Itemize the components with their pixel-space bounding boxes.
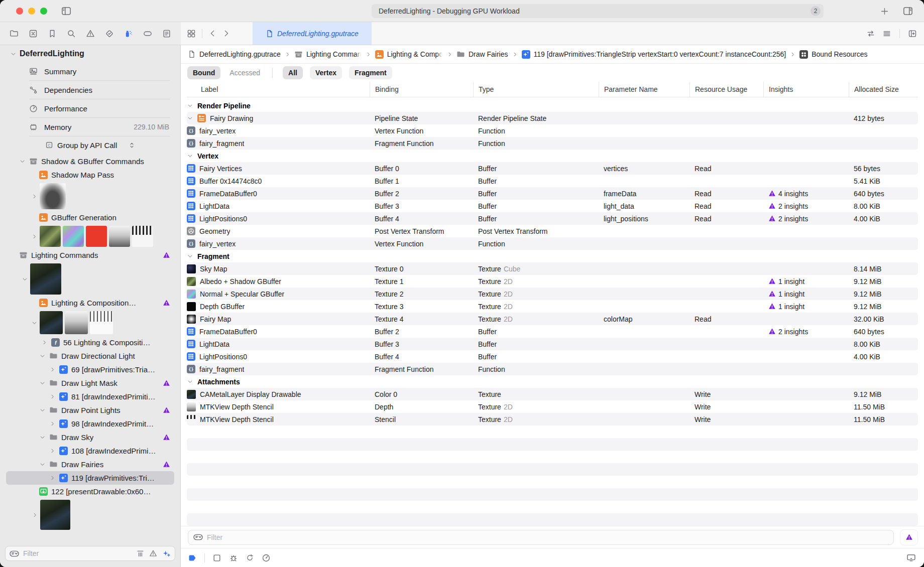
tree-item[interactable]: Draw Point Lights: [6, 403, 174, 417]
table-row[interactable]: Albedo + Shadow GBufferTexture 1Texture2…: [187, 275, 918, 288]
tree-item[interactable]: Draw Light Mask: [6, 376, 174, 390]
chevron-right-icon[interactable]: [32, 512, 38, 518]
display-icon[interactable]: [906, 553, 916, 562]
filter-menu-icon[interactable]: [193, 532, 203, 542]
table-row[interactable]: {}fairy_vertexVertex FunctionFunction: [187, 237, 918, 250]
chevron-down-icon[interactable]: [187, 102, 193, 109]
folder-nav-icon[interactable]: [10, 29, 19, 38]
gauge-icon[interactable]: [262, 553, 271, 562]
scope-bound[interactable]: Bound: [187, 66, 220, 79]
table-group-header[interactable]: Vertex: [187, 150, 918, 162]
trace-icon[interactable]: [29, 29, 38, 38]
tree-item[interactable]: Draw Sky: [6, 431, 174, 444]
add-editor-icon[interactable]: [908, 29, 917, 38]
table-row[interactable]: Fairy MapTexture 4Texture2DcolorMapRead3…: [187, 313, 918, 325]
table-row[interactable]: LightDataBuffer 3Bufferlight_dataRead2 i…: [187, 200, 918, 212]
breadcrumb-item[interactable]: DeferredLighting.gputrace: [188, 50, 281, 58]
breadcrumb-item[interactable]: Lighting & Compo: [375, 50, 443, 59]
column-header-parameter-name[interactable]: Parameter Name: [599, 82, 689, 97]
chevron-down-icon[interactable]: [39, 407, 46, 413]
column-header-binding[interactable]: Binding: [370, 82, 473, 97]
bookmark-icon[interactable]: [48, 29, 57, 38]
table-group-header[interactable]: Render Pipeline: [187, 99, 918, 112]
chevron-down-icon[interactable]: [19, 158, 26, 165]
swap-icon[interactable]: [866, 29, 875, 38]
column-header-insights[interactable]: Insights: [763, 82, 849, 97]
tree-thumbnail-row[interactable]: [6, 262, 174, 296]
tree-item[interactable]: 81 [drawIndexedPrimiti…: [6, 390, 174, 403]
column-header-resource-usage[interactable]: Resource Usage: [689, 82, 763, 97]
column-header-label[interactable]: Label: [187, 82, 370, 97]
tree-item[interactable]: GBuffer Generation: [6, 211, 174, 224]
test-icon[interactable]: [105, 29, 114, 38]
tree-item[interactable]: Shadow Map Pass: [6, 168, 174, 182]
tree-item[interactable]: Lighting Commands: [6, 248, 174, 262]
table-row[interactable]: Buffer 0x14474c8c0Buffer 1Buffer5.41 KiB: [187, 175, 918, 187]
sidebar-filter-input[interactable]: [22, 549, 133, 558]
overview-icon[interactable]: [187, 29, 196, 38]
chevron-down-icon[interactable]: [39, 353, 46, 359]
table-group-header[interactable]: Fragment: [187, 250, 918, 262]
tree-thumbnail-row[interactable]: [6, 224, 174, 248]
table-filter-input[interactable]: [206, 533, 888, 542]
lines-icon[interactable]: [882, 29, 891, 38]
chevron-down-icon[interactable]: [22, 276, 28, 282]
sidebar-item-summary[interactable]: Summary: [0, 62, 180, 80]
window-panel-icon[interactable]: [903, 6, 913, 16]
table-row[interactable]: Sky MapTexture 0TextureCube8.14 MiB: [187, 262, 918, 275]
table-row[interactable]: MTKView Depth StencilStencilTexture2DWri…: [187, 413, 918, 426]
close-button[interactable]: [16, 8, 23, 15]
table-row[interactable]: LightPositions0Buffer 4Bufferlight_posit…: [187, 212, 918, 225]
chevron-right-icon[interactable]: [49, 448, 56, 454]
warning-outline-icon[interactable]: [149, 549, 157, 557]
tree-item[interactable]: Draw Directional Light: [6, 349, 174, 363]
zoom-button[interactable]: [40, 8, 47, 15]
table-group-header[interactable]: Attachments: [187, 375, 918, 388]
filter-menu-icon[interactable]: [10, 549, 19, 558]
table-row[interactable]: FrameDataBuffer0Buffer 2Buffer2 insights…: [187, 325, 918, 338]
tree-item[interactable]: Lighting & Composition…: [6, 296, 174, 310]
chevron-down-icon[interactable]: [39, 380, 46, 386]
table-row[interactable]: CAMetalLayer Display DrawableColor 0Text…: [187, 388, 918, 400]
minimize-button[interactable]: [28, 8, 35, 15]
gpu-frame-icon[interactable]: [124, 29, 133, 38]
tree-item[interactable]: Shadow & GBuffer Commands: [6, 155, 174, 168]
sidebar-item-memory[interactable]: Memory229.10 MiB: [0, 118, 180, 136]
table-row[interactable]: LightPositions0Buffer 4Buffer4.00 KiB: [187, 350, 918, 363]
tree-thumbnail-row[interactable]: [6, 182, 174, 211]
scope-accessed[interactable]: Accessed: [227, 66, 262, 79]
chevron-right-icon[interactable]: [31, 233, 38, 240]
breadcrumb-item[interactable]: 119 [drawPrimitives:TriangleStrip vertex…: [522, 50, 786, 59]
group-by-api-call-dropdown[interactable]: C Group by API Call: [0, 136, 180, 154]
chevron-down-icon[interactable]: [187, 378, 193, 385]
viewdebug-icon[interactable]: [212, 553, 221, 562]
table-row[interactable]: Fairy VerticesBuffer 0BufferverticesRead…: [187, 162, 918, 175]
forward-icon[interactable]: [222, 29, 230, 38]
sparkle-add-icon[interactable]: [162, 549, 171, 558]
table-row[interactable]: {}fairy_vertexVertex FunctionFunction: [187, 124, 918, 137]
chevron-down-icon[interactable]: [187, 115, 193, 121]
column-header-allocated-size[interactable]: Allocated Size: [849, 82, 918, 97]
tree-thumbnail-row[interactable]: [6, 498, 174, 531]
sidebar-item-dependencies[interactable]: Dependencies: [0, 81, 180, 99]
counters-icon[interactable]: [136, 549, 145, 558]
refresh-icon[interactable]: [246, 553, 254, 562]
breakpoint-tag-icon[interactable]: [188, 553, 197, 562]
table-filter-field[interactable]: [188, 530, 894, 545]
bug-icon[interactable]: [229, 553, 238, 562]
table-row[interactable]: FrameDataBuffer0Buffer 2BufferframeDataR…: [187, 187, 918, 200]
tree-item[interactable]: Draw Fairies: [6, 458, 174, 471]
scope-fragment[interactable]: Fragment: [349, 66, 392, 79]
report-icon[interactable]: [162, 29, 171, 38]
tree-item[interactable]: 122 [presentDrawable:0x60…: [6, 485, 174, 498]
table-row[interactable]: Normal + Specular GBufferTexture 2Textur…: [187, 288, 918, 300]
project-row[interactable]: DeferredLighting: [0, 45, 180, 62]
table-row[interactable]: MTKView Depth StencilDepthTexture2DWrite…: [187, 400, 918, 413]
scope-vertex[interactable]: Vertex: [310, 66, 342, 79]
breadcrumb-item[interactable]: Draw Fairies: [456, 50, 508, 59]
column-header-type[interactable]: Type: [473, 82, 599, 97]
table-row[interactable]: {}fairy_fragmentFragment FunctionFunctio…: [187, 363, 918, 375]
chevron-right-icon[interactable]: [41, 339, 48, 346]
breadcrumb-item[interactable]: Lighting Comman: [294, 50, 362, 59]
plus-icon[interactable]: [880, 7, 889, 16]
